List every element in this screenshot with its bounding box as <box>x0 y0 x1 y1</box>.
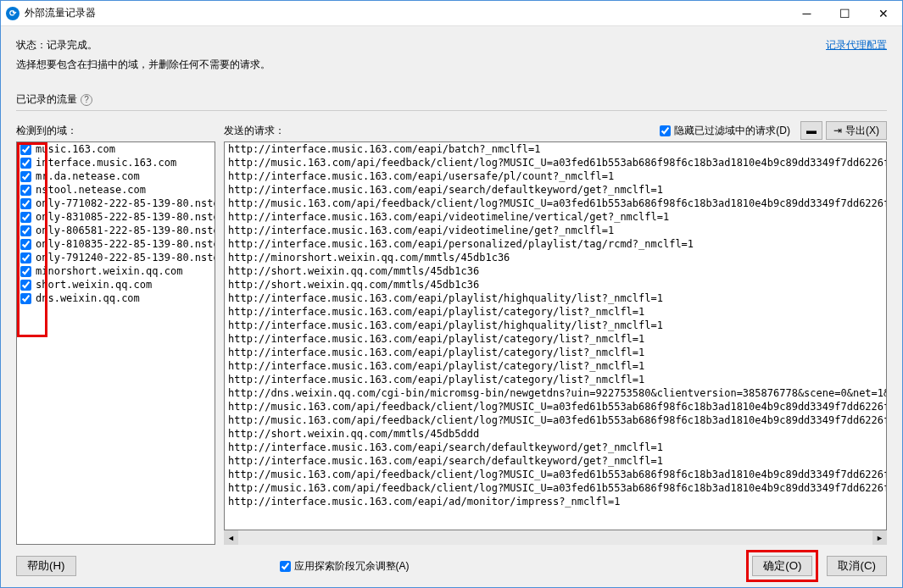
panels: 检测到的域： music.163.cominterface.music.163.… <box>16 119 887 545</box>
apply-adjust-checkbox[interactable]: 应用探索阶段冗余调整(A) <box>280 559 410 574</box>
domain-item[interactable]: only-791240-222-85-139-80.nstoo... <box>17 251 215 264</box>
domain-checkbox[interactable] <box>20 185 31 196</box>
domains-panel: 检测到的域： music.163.cominterface.music.163.… <box>16 119 215 545</box>
domain-label: only-771082-222-85-139-80.nstoo... <box>36 197 215 209</box>
request-item[interactable]: http://interface.music.163.com/eapi/vide… <box>225 224 886 237</box>
requests-header: 发送的请求： 隐藏已过滤域中的请求(D) ▬ ⇥ 导出(X) <box>224 119 887 141</box>
request-item[interactable]: http://music.163.com/api/feedback/client… <box>225 481 886 495</box>
request-item[interactable]: http://interface.music.163.com/eapi/play… <box>225 332 886 346</box>
delete-button[interactable]: ▬ <box>800 121 822 140</box>
cancel-button[interactable]: 取消(C) <box>827 556 887 576</box>
status-label: 状态： <box>16 38 47 53</box>
domain-checkbox[interactable] <box>20 293 31 304</box>
scroll-left-icon[interactable]: ◄ <box>224 530 238 545</box>
status-value: 记录完成。 <box>47 38 98 53</box>
request-item[interactable]: http://music.163.com/api/feedback/client… <box>225 197 886 210</box>
proxy-config-link[interactable]: 记录代理配置 <box>826 38 887 53</box>
domain-item[interactable]: only-831085-222-85-139-80.nstoo... <box>17 210 215 224</box>
app-icon: ⟳ <box>6 7 20 20</box>
domain-label: only-810835-222-85-139-80.nstoo... <box>36 238 215 250</box>
domain-checkbox[interactable] <box>20 280 31 291</box>
domain-item[interactable]: short.weixin.qq.com <box>17 278 215 291</box>
domain-checkbox[interactable] <box>20 171 31 182</box>
description-text: 选择想要包含在扫描中的域，并删除任何不需要的请求。 <box>16 58 887 72</box>
domain-checkbox[interactable] <box>20 225 31 236</box>
apply-adjust-input[interactable] <box>280 561 291 572</box>
window-title: 外部流量记录器 <box>25 6 788 20</box>
minimize-button[interactable]: ─ <box>788 1 826 26</box>
domain-label: music.163.com <box>36 143 115 155</box>
request-item[interactable]: http://interface.music.163.com/eapi/user… <box>225 169 886 183</box>
domain-label: minorshort.weixin.qq.com <box>36 265 182 277</box>
request-item[interactable]: http://interface.music.163.com/eapi/sear… <box>225 441 886 454</box>
domain-label: dns.weixin.qq.com <box>36 292 140 304</box>
request-item[interactable]: http://music.163.com/api/feedback/client… <box>225 468 886 481</box>
hide-filtered-checkbox[interactable]: 隐藏已过滤域中的请求(D) <box>660 124 790 138</box>
request-item[interactable]: http://interface.music.163.com/eapi/sear… <box>225 183 886 197</box>
domain-item[interactable]: only-771082-222-85-139-80.nstoo... <box>17 197 215 210</box>
domain-item[interactable]: music.163.com <box>17 142 215 156</box>
domain-label: only-806581-222-85-139-80.nstoo... <box>36 225 215 236</box>
annotation-highlight: 确定(O) <box>746 550 818 582</box>
domains-list[interactable]: music.163.cominterface.music.163.commr.d… <box>16 141 215 545</box>
hide-filtered-input[interactable] <box>660 125 671 136</box>
domain-item[interactable]: only-806581-222-85-139-80.nstoo... <box>17 224 215 237</box>
domain-label: only-831085-222-85-139-80.nstoo... <box>36 211 215 223</box>
request-item[interactable]: http://short.weixin.qq.com/mmtls/45db1c3… <box>225 278 886 291</box>
request-item[interactable]: http://interface.music.163.com/eapi/vide… <box>225 210 886 224</box>
request-item[interactable]: http://short.weixin.qq.com/mmtls/45db5dd… <box>225 427 886 441</box>
request-item[interactable]: http://interface.music.163.com/eapi/pers… <box>225 237 886 251</box>
request-item[interactable]: http://music.163.com/api/feedback/client… <box>225 156 886 169</box>
domains-header: 检测到的域： <box>16 119 215 141</box>
recorded-traffic-title: 已记录的流量 ? <box>16 92 887 107</box>
domain-checkbox[interactable] <box>20 252 31 263</box>
request-item[interactable]: http://interface.music.163.com/eapi/play… <box>225 291 886 305</box>
request-item[interactable]: http://interface.music.163.com/eapi/play… <box>225 319 886 332</box>
domain-item[interactable]: interface.music.163.com <box>17 156 215 169</box>
request-item[interactable]: http://music.163.com/api/feedback/client… <box>225 400 886 413</box>
domain-item[interactable]: mr.da.netease.com <box>17 169 215 183</box>
domain-item[interactable]: minorshort.weixin.qq.com <box>17 264 215 278</box>
request-item[interactable]: http://short.weixin.qq.com/mmtls/45db1c3… <box>225 264 886 278</box>
domain-checkbox[interactable] <box>20 144 31 155</box>
requests-list[interactable]: http://interface.music.163.com/eapi/batc… <box>224 141 887 530</box>
ok-button[interactable]: 确定(O) <box>752 556 812 576</box>
domain-item[interactable]: dns.weixin.qq.com <box>17 291 215 305</box>
request-item[interactable]: http://music.163.com/api/feedback/client… <box>225 413 886 427</box>
maximize-button[interactable]: ☐ <box>826 1 864 26</box>
domain-label: interface.music.163.com <box>36 157 176 169</box>
request-item[interactable]: http://interface.music.163.com/eapi/play… <box>225 346 886 359</box>
domain-checkbox[interactable] <box>20 198 31 209</box>
requests-panel: 发送的请求： 隐藏已过滤域中的请求(D) ▬ ⇥ 导出(X) http://in… <box>224 119 887 545</box>
request-item[interactable]: http://interface.music.163.com/eapi/play… <box>225 373 886 386</box>
request-item[interactable]: http://interface.music.163.com/eapi/play… <box>225 359 886 373</box>
titlebar: ⟳ 外部流量记录器 ─ ☐ ✕ <box>1 1 902 26</box>
requests-title: 发送的请求： <box>224 124 285 138</box>
request-item[interactable]: http://interface.music.163.com/eapi/play… <box>225 305 886 319</box>
bottom-bar: 帮助(H) 应用探索阶段冗余调整(A) 确定(O) 取消(C) <box>16 545 887 579</box>
export-icon: ⇥ <box>833 125 842 136</box>
request-item[interactable]: http://interface.music.163.com/eapi/batc… <box>225 142 886 156</box>
request-item[interactable]: http://dns.weixin.qq.com/cgi-bin/microms… <box>225 386 886 400</box>
domain-label: only-791240-222-85-139-80.nstoo... <box>36 252 215 263</box>
domain-checkbox[interactable] <box>20 212 31 223</box>
domains-title: 检测到的域： <box>16 124 77 138</box>
close-button[interactable]: ✕ <box>864 1 902 26</box>
scroll-right-icon[interactable]: ► <box>872 530 887 545</box>
content-area: 状态： 记录完成。 记录代理配置 选择想要包含在扫描中的域，并删除任何不需要的请… <box>1 26 902 587</box>
help-icon[interactable]: ? <box>81 94 92 106</box>
domain-item[interactable]: nstool.netease.com <box>17 183 215 197</box>
app-window: ⟳ 外部流量记录器 ─ ☐ ✕ 状态： 记录完成。 记录代理配置 选择想要包含在… <box>0 0 903 588</box>
export-button[interactable]: ⇥ 导出(X) <box>826 121 887 140</box>
request-item[interactable]: http://minorshort.weixin.qq.com/mmtls/45… <box>225 251 886 264</box>
status-row: 状态： 记录完成。 记录代理配置 <box>16 38 887 53</box>
domain-item[interactable]: only-810835-222-85-139-80.nstoo... <box>17 237 215 251</box>
horizontal-scrollbar[interactable]: ◄ ► <box>224 530 887 545</box>
domain-checkbox[interactable] <box>20 266 31 277</box>
request-item[interactable]: http://interface.music.163.com/eapi/ad/m… <box>225 495 886 508</box>
domain-checkbox[interactable] <box>20 158 31 169</box>
domain-checkbox[interactable] <box>20 239 31 250</box>
request-item[interactable]: http://interface.music.163.com/eapi/sear… <box>225 454 886 468</box>
divider <box>16 110 887 111</box>
help-button[interactable]: 帮助(H) <box>16 556 76 576</box>
